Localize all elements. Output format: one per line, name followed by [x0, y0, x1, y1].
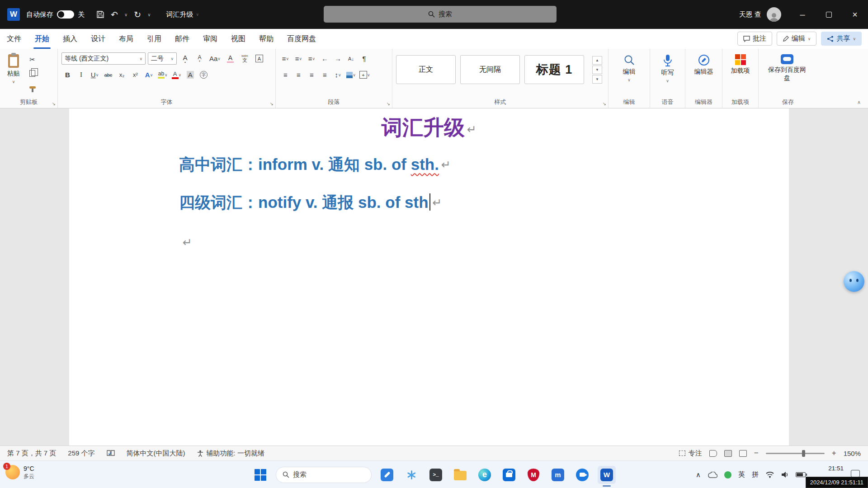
borders-button[interactable]: +∨ [358, 69, 372, 81]
styles-gallery-expand-button[interactable]: ▼ [592, 75, 602, 84]
focus-mode-button[interactable]: 专注 [679, 449, 702, 458]
undo-chevron-icon[interactable]: ∨ [124, 12, 127, 17]
font-size-select[interactable]: 二号 ∨ [148, 52, 177, 65]
meeting-app-button[interactable] [573, 466, 591, 484]
clipboard-dialog-launcher-icon[interactable]: ↘ [52, 101, 56, 106]
font-color-button[interactable]: A∨ [170, 69, 183, 81]
qat-customize-chevron-icon[interactable]: ∨ [147, 12, 151, 17]
user-name[interactable]: 天恩 查 [739, 10, 761, 19]
paste-button[interactable]: 粘贴 ∨ [4, 52, 24, 94]
subscript-button[interactable]: x₂ [116, 69, 128, 81]
redo-icon[interactable]: ↻ [134, 9, 141, 20]
save-icon[interactable] [96, 10, 104, 19]
copy-button[interactable] [26, 67, 38, 80]
addins-button[interactable]: 加载项 [726, 52, 755, 77]
phone-app-button[interactable] [378, 466, 396, 484]
style-heading-1[interactable]: 标题 1 [524, 55, 584, 84]
taskbar-weather-widget[interactable]: 1 9°C 多云 [5, 465, 34, 480]
undo-icon[interactable]: ↶ [111, 9, 118, 20]
show-hide-marks-button[interactable]: ¶ [358, 52, 370, 65]
decrease-indent-button[interactable]: ← [319, 52, 331, 65]
editor-button[interactable]: 编辑器 [689, 52, 718, 78]
cloud-icon[interactable] [708, 472, 717, 478]
mail-app-button[interactable]: m [549, 466, 567, 484]
numbered-list-button[interactable]: ≡∨ [292, 52, 305, 65]
font-family-select[interactable]: 等线 (西文正文) ∨ [61, 52, 146, 65]
file-explorer-button[interactable] [451, 466, 469, 484]
style-no-spacing[interactable]: 无间隔 [460, 55, 520, 84]
tab-layout[interactable]: 布局 [112, 29, 140, 49]
paragraph-dialog-launcher-icon[interactable]: ↘ [387, 101, 390, 106]
collapse-ribbon-chevron-icon[interactable]: ∧ [857, 99, 861, 105]
editing-button[interactable]: 编辑 ∨ [612, 52, 646, 84]
character-border-button[interactable]: A [253, 52, 265, 65]
snowflake-app-button[interactable] [402, 466, 420, 484]
maximize-button[interactable] [816, 0, 842, 29]
editing-mode-button[interactable]: 编辑 ∨ [777, 32, 817, 46]
sort-button[interactable]: A↓ [345, 52, 357, 65]
tab-mailings[interactable]: 邮件 [168, 29, 196, 49]
zoom-level[interactable]: 150% [844, 450, 861, 457]
avatar[interactable] [767, 7, 781, 22]
strikethrough-button[interactable]: abc [102, 69, 114, 81]
word-app-icon[interactable]: W [7, 8, 20, 21]
tab-help[interactable]: 帮助 [252, 29, 280, 49]
character-shading-button[interactable]: A [184, 69, 196, 81]
assistant-float-button[interactable] [844, 271, 864, 292]
notification-icon[interactable] [851, 470, 860, 477]
web-layout-button[interactable] [739, 450, 747, 457]
language-indicator[interactable]: 简体中文(中国大陆) [127, 449, 185, 458]
underline-button[interactable]: U∨ [89, 69, 101, 81]
start-button[interactable] [251, 466, 269, 484]
text-highlight-button[interactable]: ab∨ [156, 69, 169, 81]
bold-button[interactable]: B [61, 69, 74, 81]
close-button[interactable]: × [842, 0, 868, 29]
clear-formatting-button[interactable]: A [224, 52, 236, 65]
tray-overflow-chevron-icon[interactable]: ∧ [696, 471, 701, 479]
minimize-button[interactable]: – [789, 0, 816, 29]
tab-home[interactable]: 开始 [28, 29, 56, 49]
styles-scroll-down-button[interactable]: ▼ [592, 66, 602, 74]
comments-button[interactable]: 批注 [737, 32, 772, 46]
line-spacing-button[interactable]: ↕∨ [332, 69, 344, 81]
style-normal[interactable]: 正文 [396, 55, 456, 84]
styles-dialog-launcher-icon[interactable]: ↘ [603, 101, 606, 106]
tab-baidu-pan[interactable]: 百度网盘 [280, 29, 323, 49]
tab-design[interactable]: 设计 [84, 29, 112, 49]
cut-button[interactable]: ✂ [26, 53, 38, 66]
terminal-app-button[interactable]: >_ [427, 466, 445, 484]
print-layout-button[interactable] [724, 450, 732, 457]
tab-references[interactable]: 引用 [140, 29, 168, 49]
ime-pinyin-indicator[interactable]: 拼 [752, 470, 759, 479]
tab-view[interactable]: 视图 [224, 29, 252, 49]
zoom-slider-thumb[interactable] [802, 450, 805, 457]
superscript-button[interactable]: x² [129, 69, 142, 81]
zoom-out-button[interactable]: − [754, 449, 759, 458]
increase-indent-button[interactable]: → [332, 52, 344, 65]
phonetic-guide-button[interactable]: wén文 [239, 52, 251, 65]
format-painter-button[interactable] [26, 81, 38, 94]
change-case-button[interactable]: Aa∨ [208, 52, 222, 65]
spellcheck-indicator[interactable] [107, 450, 115, 457]
ime-english-indicator[interactable]: 英 [738, 470, 745, 479]
battery-icon[interactable] [796, 472, 806, 477]
microsoft-store-button[interactable] [500, 466, 518, 484]
document-title-menu[interactable]: 词汇升级 ∨ [166, 10, 199, 19]
word-taskbar-button[interactable]: W [598, 466, 616, 484]
zoom-slider[interactable] [766, 453, 825, 454]
tab-file[interactable]: 文件 [0, 29, 28, 49]
titlebar-search-input[interactable]: 搜索 [324, 6, 557, 23]
enclose-characters-button[interactable]: 字 [198, 69, 210, 81]
shrink-font-button[interactable]: A▼ [193, 52, 206, 65]
zoom-in-button[interactable]: + [832, 449, 836, 458]
multilevel-list-button[interactable]: ≡∨ [306, 52, 318, 65]
grow-font-button[interactable]: A▲ [179, 52, 191, 65]
text-effects-button[interactable]: A∨ [143, 69, 155, 81]
accessibility-indicator[interactable]: 辅助功能: 一切就绪 [197, 449, 264, 458]
align-right-button[interactable]: ≡ [306, 69, 318, 81]
share-button[interactable]: 共享 ∨ [821, 32, 862, 46]
justify-button[interactable]: ≡ [319, 69, 331, 81]
word-count-indicator[interactable]: 259 个字 [68, 449, 94, 458]
align-left-button[interactable]: ≡ [279, 69, 292, 81]
wifi-icon[interactable] [765, 471, 774, 478]
